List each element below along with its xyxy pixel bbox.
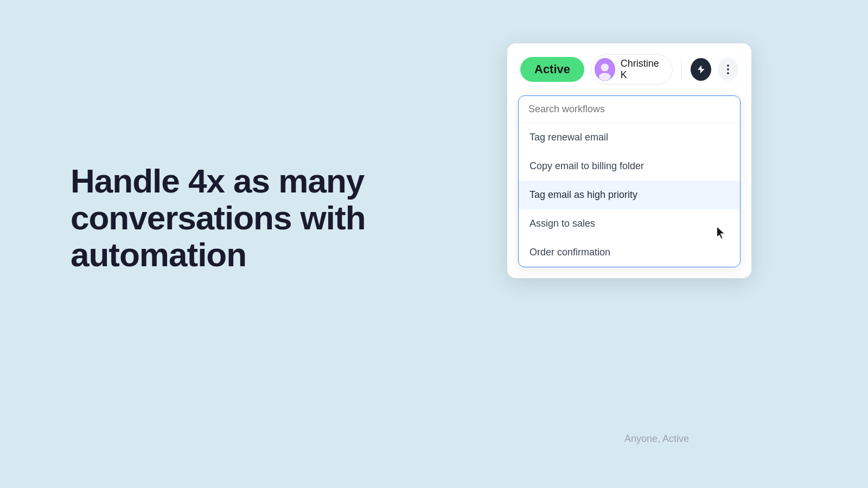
panel-header: Active Christine K: [507, 43, 751, 95]
bolt-icon: [696, 65, 706, 74]
workflow-dropdown: Tag renewal email Copy email to billing …: [518, 95, 741, 267]
svg-point-1: [601, 63, 609, 71]
menu-item-order-confirm[interactable]: Order confirmation: [519, 238, 740, 267]
hero-section: Handle 4x as many conversations with aut…: [71, 163, 374, 274]
svg-point-3: [727, 65, 729, 67]
hero-title: Handle 4x as many conversations with aut…: [71, 163, 374, 274]
avatar: [595, 58, 615, 81]
menu-item-tag-renewal[interactable]: Tag renewal email: [519, 123, 740, 152]
automation-panel: Active Christine K: [507, 43, 751, 278]
svg-point-4: [727, 68, 729, 70]
more-button[interactable]: [718, 58, 738, 81]
menu-item-copy-email[interactable]: Copy email to billing folder: [519, 152, 740, 181]
menu-item-assign-sales[interactable]: Assign to sales: [519, 209, 740, 238]
svg-point-2: [599, 73, 611, 80]
menu-item-tag-priority[interactable]: Tag email as high priority: [519, 181, 740, 209]
search-box[interactable]: [519, 96, 740, 123]
user-pill[interactable]: Christine K: [591, 54, 673, 85]
svg-point-5: [727, 72, 729, 74]
more-icon: [727, 65, 729, 74]
user-name: Christine K: [621, 58, 663, 81]
bolt-button[interactable]: [691, 58, 711, 81]
bottom-status: Anyone, Active: [624, 433, 689, 445]
vertical-divider: [681, 60, 682, 79]
avatar-image: [595, 58, 615, 81]
search-input[interactable]: [528, 104, 730, 115]
active-badge[interactable]: Active: [520, 57, 584, 82]
